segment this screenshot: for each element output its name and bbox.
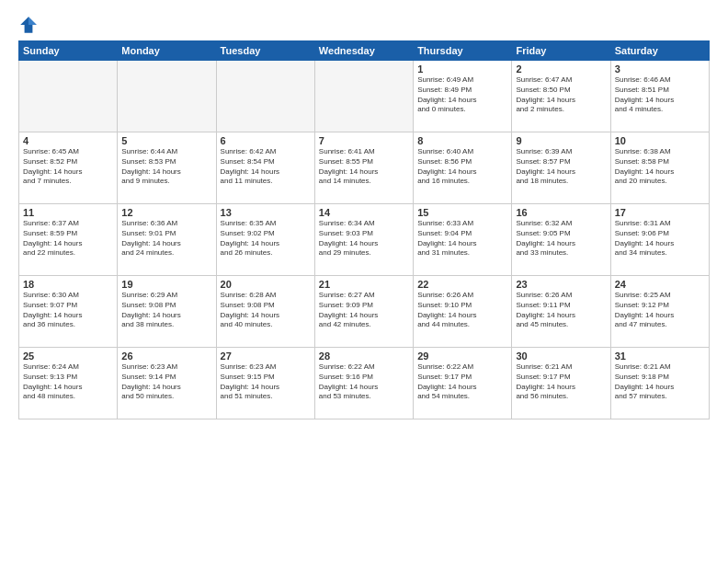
day-cell: 17Sunrise: 6:31 AM Sunset: 9:06 PM Dayli…	[610, 204, 709, 276]
days-header-row: SundayMondayTuesdayWednesdayThursdayFrid…	[19, 41, 710, 61]
day-info: Sunrise: 6:49 AM Sunset: 8:49 PM Dayligh…	[417, 75, 507, 115]
day-cell: 13Sunrise: 6:35 AM Sunset: 9:02 PM Dayli…	[216, 204, 314, 276]
day-number: 16	[516, 207, 606, 218]
day-number: 14	[319, 207, 409, 218]
day-cell: 19Sunrise: 6:29 AM Sunset: 9:08 PM Dayli…	[118, 276, 216, 348]
day-info: Sunrise: 6:30 AM Sunset: 9:07 PM Dayligh…	[23, 291, 113, 330]
day-info: Sunrise: 6:45 AM Sunset: 8:52 PM Dayligh…	[23, 147, 113, 187]
day-number: 23	[516, 279, 606, 290]
day-number: 3	[615, 63, 705, 75]
day-number: 27	[221, 350, 311, 362]
day-number: 12	[121, 207, 211, 218]
day-info: Sunrise: 6:27 AM Sunset: 9:09 PM Dayligh…	[319, 291, 409, 330]
day-info: Sunrise: 6:39 AM Sunset: 8:57 PM Dayligh…	[516, 147, 606, 187]
day-info: Sunrise: 6:26 AM Sunset: 9:11 PM Dayligh…	[516, 291, 606, 330]
day-number: 2	[516, 63, 606, 75]
day-cell: 12Sunrise: 6:36 AM Sunset: 9:01 PM Dayli…	[118, 204, 216, 276]
day-info: Sunrise: 6:33 AM Sunset: 9:04 PM Dayligh…	[417, 219, 507, 259]
day-cell: 23Sunrise: 6:26 AM Sunset: 9:11 PM Dayli…	[512, 276, 610, 348]
day-number: 5	[121, 135, 211, 146]
day-number: 6	[221, 135, 311, 146]
day-cell: 6Sunrise: 6:42 AM Sunset: 8:54 PM Daylig…	[216, 132, 314, 204]
day-number: 24	[615, 279, 705, 290]
day-header-sunday: Sunday	[19, 41, 118, 61]
day-cell: 27Sunrise: 6:23 AM Sunset: 9:15 PM Dayli…	[216, 348, 314, 419]
day-header-monday: Monday	[118, 41, 216, 61]
day-number: 13	[221, 207, 311, 218]
week-row-5: 25Sunrise: 6:24 AM Sunset: 9:13 PM Dayli…	[19, 348, 710, 419]
day-cell: 22Sunrise: 6:26 AM Sunset: 9:10 PM Dayli…	[414, 276, 512, 348]
logo	[18, 15, 42, 35]
day-number: 9	[516, 135, 606, 146]
day-info: Sunrise: 6:47 AM Sunset: 8:50 PM Dayligh…	[516, 75, 606, 115]
day-number: 18	[23, 279, 113, 290]
day-number: 25	[23, 350, 113, 362]
day-header-wednesday: Wednesday	[314, 41, 413, 61]
day-info: Sunrise: 6:22 AM Sunset: 9:17 PM Dayligh…	[417, 362, 507, 402]
day-info: Sunrise: 6:22 AM Sunset: 9:16 PM Dayligh…	[319, 362, 409, 402]
logo-icon	[18, 15, 39, 35]
day-info: Sunrise: 6:23 AM Sunset: 9:14 PM Dayligh…	[121, 362, 211, 402]
day-info: Sunrise: 6:41 AM Sunset: 8:55 PM Dayligh…	[319, 147, 409, 187]
day-number: 11	[23, 207, 113, 218]
day-number: 21	[319, 279, 409, 290]
day-cell	[216, 61, 314, 132]
day-cell: 1Sunrise: 6:49 AM Sunset: 8:49 PM Daylig…	[414, 61, 512, 132]
page: SundayMondayTuesdayWednesdayThursdayFrid…	[0, 0, 728, 563]
day-info: Sunrise: 6:21 AM Sunset: 9:17 PM Dayligh…	[516, 362, 606, 402]
day-info: Sunrise: 6:28 AM Sunset: 9:08 PM Dayligh…	[221, 291, 311, 330]
day-number: 29	[417, 350, 507, 362]
day-info: Sunrise: 6:31 AM Sunset: 9:06 PM Dayligh…	[615, 219, 705, 259]
day-cell: 7Sunrise: 6:41 AM Sunset: 8:55 PM Daylig…	[314, 132, 413, 204]
day-info: Sunrise: 6:21 AM Sunset: 9:18 PM Dayligh…	[615, 362, 705, 402]
day-header-tuesday: Tuesday	[216, 41, 314, 61]
day-info: Sunrise: 6:37 AM Sunset: 8:59 PM Dayligh…	[23, 219, 113, 259]
day-number: 10	[615, 135, 705, 146]
day-cell: 18Sunrise: 6:30 AM Sunset: 9:07 PM Dayli…	[19, 276, 118, 348]
day-cell: 9Sunrise: 6:39 AM Sunset: 8:57 PM Daylig…	[512, 132, 610, 204]
day-cell: 25Sunrise: 6:24 AM Sunset: 9:13 PM Dayli…	[19, 348, 118, 419]
day-number: 22	[417, 279, 507, 290]
calendar-table: SundayMondayTuesdayWednesdayThursdayFrid…	[18, 40, 710, 419]
week-row-4: 18Sunrise: 6:30 AM Sunset: 9:07 PM Dayli…	[19, 276, 710, 348]
day-number: 8	[417, 135, 507, 146]
day-info: Sunrise: 6:36 AM Sunset: 9:01 PM Dayligh…	[121, 219, 211, 259]
day-info: Sunrise: 6:38 AM Sunset: 8:58 PM Dayligh…	[615, 147, 705, 187]
day-info: Sunrise: 6:34 AM Sunset: 9:03 PM Dayligh…	[319, 219, 409, 259]
day-cell: 2Sunrise: 6:47 AM Sunset: 8:50 PM Daylig…	[512, 61, 610, 132]
day-cell: 10Sunrise: 6:38 AM Sunset: 8:58 PM Dayli…	[610, 132, 709, 204]
day-cell: 30Sunrise: 6:21 AM Sunset: 9:17 PM Dayli…	[512, 348, 610, 419]
day-number: 26	[121, 350, 211, 362]
day-number: 19	[121, 279, 211, 290]
day-info: Sunrise: 6:35 AM Sunset: 9:02 PM Dayligh…	[221, 219, 311, 259]
day-cell: 15Sunrise: 6:33 AM Sunset: 9:04 PM Dayli…	[414, 204, 512, 276]
day-cell	[314, 61, 413, 132]
day-cell: 26Sunrise: 6:23 AM Sunset: 9:14 PM Dayli…	[118, 348, 216, 419]
day-info: Sunrise: 6:23 AM Sunset: 9:15 PM Dayligh…	[221, 362, 311, 402]
day-info: Sunrise: 6:24 AM Sunset: 9:13 PM Dayligh…	[23, 362, 113, 402]
day-info: Sunrise: 6:32 AM Sunset: 9:05 PM Dayligh…	[516, 219, 606, 259]
day-info: Sunrise: 6:29 AM Sunset: 9:08 PM Dayligh…	[121, 291, 211, 330]
day-cell	[19, 61, 118, 132]
day-header-saturday: Saturday	[610, 41, 709, 61]
day-info: Sunrise: 6:25 AM Sunset: 9:12 PM Dayligh…	[615, 291, 705, 330]
day-cell: 31Sunrise: 6:21 AM Sunset: 9:18 PM Dayli…	[610, 348, 709, 419]
day-cell: 24Sunrise: 6:25 AM Sunset: 9:12 PM Dayli…	[610, 276, 709, 348]
day-cell: 8Sunrise: 6:40 AM Sunset: 8:56 PM Daylig…	[414, 132, 512, 204]
day-cell: 28Sunrise: 6:22 AM Sunset: 9:16 PM Dayli…	[314, 348, 413, 419]
header	[18, 15, 710, 35]
day-header-friday: Friday	[512, 41, 610, 61]
day-info: Sunrise: 6:40 AM Sunset: 8:56 PM Dayligh…	[417, 147, 507, 187]
day-cell: 20Sunrise: 6:28 AM Sunset: 9:08 PM Dayli…	[216, 276, 314, 348]
day-info: Sunrise: 6:44 AM Sunset: 8:53 PM Dayligh…	[121, 147, 211, 187]
day-number: 4	[23, 135, 113, 146]
day-header-thursday: Thursday	[414, 41, 512, 61]
day-info: Sunrise: 6:46 AM Sunset: 8:51 PM Dayligh…	[615, 75, 705, 115]
day-cell: 21Sunrise: 6:27 AM Sunset: 9:09 PM Dayli…	[314, 276, 413, 348]
day-number: 20	[221, 279, 311, 290]
day-number: 7	[319, 135, 409, 146]
day-cell: 11Sunrise: 6:37 AM Sunset: 8:59 PM Dayli…	[19, 204, 118, 276]
day-cell: 16Sunrise: 6:32 AM Sunset: 9:05 PM Dayli…	[512, 204, 610, 276]
day-info: Sunrise: 6:42 AM Sunset: 8:54 PM Dayligh…	[221, 147, 311, 187]
day-cell: 3Sunrise: 6:46 AM Sunset: 8:51 PM Daylig…	[610, 61, 709, 132]
